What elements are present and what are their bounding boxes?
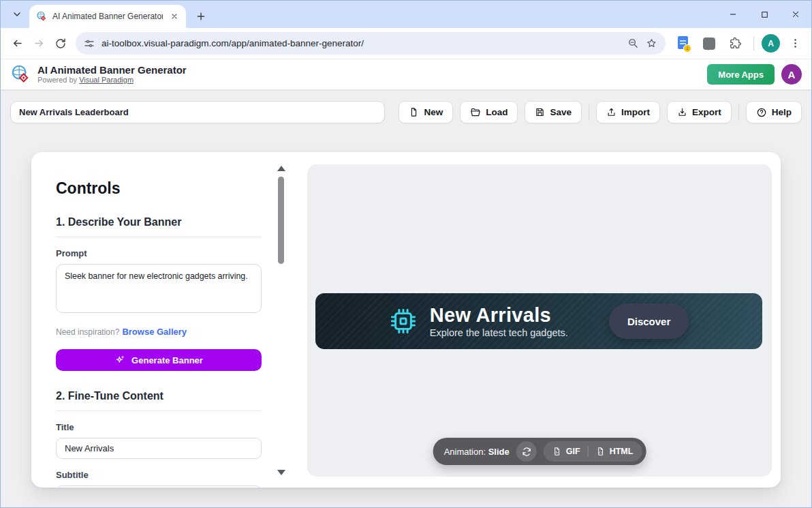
scrollbar-thumb[interactable] — [278, 177, 284, 264]
animation-text: Animation: Slide — [444, 447, 510, 457]
visual-paradigm-link[interactable]: Visual Paradigm — [79, 76, 134, 84]
prompt-textarea[interactable]: Sleek banner for new electronic gadgets … — [56, 264, 262, 313]
inspiration-row: Need inspiration?Browse Gallery — [56, 327, 262, 337]
export-options-pill: GIF HTML — [544, 441, 642, 462]
generate-banner-button[interactable]: Generate Banner — [56, 349, 262, 371]
reload-icon — [54, 38, 67, 50]
bookmark-star-icon[interactable] — [646, 38, 657, 49]
tab-title: AI Animated Banner Generator — [52, 12, 163, 21]
project-toolbar: New Load Save Import Export Hel — [1, 91, 811, 123]
folder-open-icon — [470, 107, 481, 118]
save-floppy-icon — [535, 107, 545, 117]
main-card: Controls 1. Describe Your Banner Prompt … — [31, 152, 781, 488]
refresh-icon — [521, 447, 531, 457]
extensions-area: ↓ A — [670, 33, 806, 55]
visual-paradigm-favicon-icon — [36, 11, 47, 22]
project-name-input[interactable] — [10, 101, 385, 123]
controls-panel: Controls 1. Describe Your Banner Prompt … — [56, 152, 262, 488]
animation-value: Slide — [488, 447, 510, 457]
banner-preview: New Arrivals Explore the latest tech gad… — [315, 293, 762, 349]
browse-gallery-link[interactable]: Browse Gallery — [122, 327, 187, 337]
chat-bubble-icon — [703, 38, 715, 50]
app-header: AI Animated Banner Generator Powered by … — [1, 59, 811, 91]
reload-button[interactable] — [50, 33, 72, 55]
extensions-button[interactable] — [724, 33, 746, 55]
upload-icon — [606, 107, 616, 117]
back-button[interactable] — [6, 33, 28, 55]
chat-extension-button[interactable] — [698, 33, 720, 55]
banner-cta-button[interactable]: Discover — [609, 303, 689, 339]
preview-controls-bar: Animation: Slide GIF HTML — [433, 438, 646, 465]
title-label: Title — [56, 422, 262, 432]
arrow-right-icon — [33, 37, 46, 50]
browser-tab[interactable]: AI Animated Banner Generator — [29, 5, 186, 28]
site-settings-icon[interactable] — [84, 38, 95, 49]
tab-search-button[interactable] — [7, 5, 27, 24]
forward-button[interactable] — [28, 33, 50, 55]
button-group-separator — [589, 104, 589, 121]
browser-window: AI Animated Banner Generator ai-toolbox.… — [0, 0, 812, 508]
app-title: AI Animated Banner Generator — [37, 64, 187, 76]
app-user-avatar[interactable]: A — [781, 64, 802, 85]
pill-separator — [588, 446, 589, 457]
generate-banner-label: Generate Banner — [131, 355, 203, 365]
help-button[interactable]: Help — [746, 101, 802, 123]
chevron-down-icon — [12, 9, 22, 20]
gif-label: GIF — [566, 447, 580, 456]
preview-panel: New Arrivals Explore the latest tech gad… — [307, 164, 772, 477]
scrollbar-down-arrow-icon[interactable] — [277, 470, 285, 475]
scrollbar-up-arrow-icon[interactable] — [277, 166, 285, 171]
banner-title: New Arrivals — [430, 304, 568, 326]
controls-scrollbar[interactable] — [277, 166, 286, 475]
export-html-button[interactable]: HTML — [596, 447, 634, 456]
banner-text-block: New Arrivals Explore the latest tech gad… — [430, 304, 568, 338]
controls-heading: Controls — [56, 179, 262, 197]
html-file-icon — [596, 447, 606, 456]
zoom-out-icon[interactable] — [627, 38, 639, 49]
kebab-menu-icon — [790, 38, 801, 49]
load-button-label: Load — [486, 107, 507, 117]
address-bar[interactable]: ai-toolbox.visual-paradigm.com/app/anima… — [76, 32, 666, 55]
close-window-button[interactable] — [780, 1, 811, 28]
export-gif-button[interactable]: GIF — [552, 447, 580, 456]
browser-menu-button[interactable] — [784, 33, 806, 55]
new-button[interactable]: New — [399, 101, 453, 123]
help-button-label: Help — [772, 107, 792, 117]
prompt-label: Prompt — [56, 248, 262, 258]
replay-animation-button[interactable] — [516, 441, 537, 462]
url-text[interactable]: ai-toolbox.visual-paradigm.com/app/anima… — [102, 38, 621, 48]
browser-profile-avatar[interactable]: A — [762, 34, 780, 53]
title-input[interactable] — [56, 438, 262, 459]
minimize-button[interactable] — [717, 1, 749, 28]
download-icon — [677, 107, 687, 117]
load-button[interactable]: Load — [460, 101, 518, 123]
save-button[interactable]: Save — [525, 101, 582, 123]
app-logo-icon — [10, 64, 31, 85]
maximize-button[interactable] — [749, 1, 780, 28]
subtitle-input[interactable] — [56, 485, 262, 488]
maximize-icon — [760, 10, 769, 19]
more-apps-button[interactable]: More Apps — [707, 64, 775, 85]
banner-subtitle: Explore the latest tech gadgets. — [430, 327, 568, 338]
new-tab-button[interactable] — [191, 7, 210, 26]
toolbar-separator — [753, 37, 754, 50]
tab-close-button[interactable] — [168, 10, 181, 23]
inspiration-text: Need inspiration? — [56, 327, 119, 337]
docs-extension-button[interactable]: ↓ — [672, 33, 694, 55]
file-icon — [409, 107, 419, 117]
gif-file-icon — [552, 447, 562, 456]
plus-icon — [196, 11, 206, 22]
animation-label: Animation: — [444, 447, 486, 457]
microchip-icon — [389, 307, 418, 335]
import-button-label: Import — [621, 107, 650, 117]
export-button[interactable]: Export — [667, 101, 732, 123]
save-button-label: Save — [550, 107, 572, 117]
section-finetune-heading: 2. Fine-Tune Content — [56, 390, 262, 411]
import-button[interactable]: Import — [596, 101, 660, 123]
button-group-separator-2 — [738, 104, 739, 121]
minimize-icon — [728, 10, 738, 19]
section-describe-heading: 1. Describe Your Banner — [56, 216, 262, 237]
powered-by-prefix: Powered by — [37, 76, 77, 84]
puzzle-icon — [729, 37, 742, 50]
app-title-block: AI Animated Banner Generator Powered by … — [37, 64, 187, 85]
